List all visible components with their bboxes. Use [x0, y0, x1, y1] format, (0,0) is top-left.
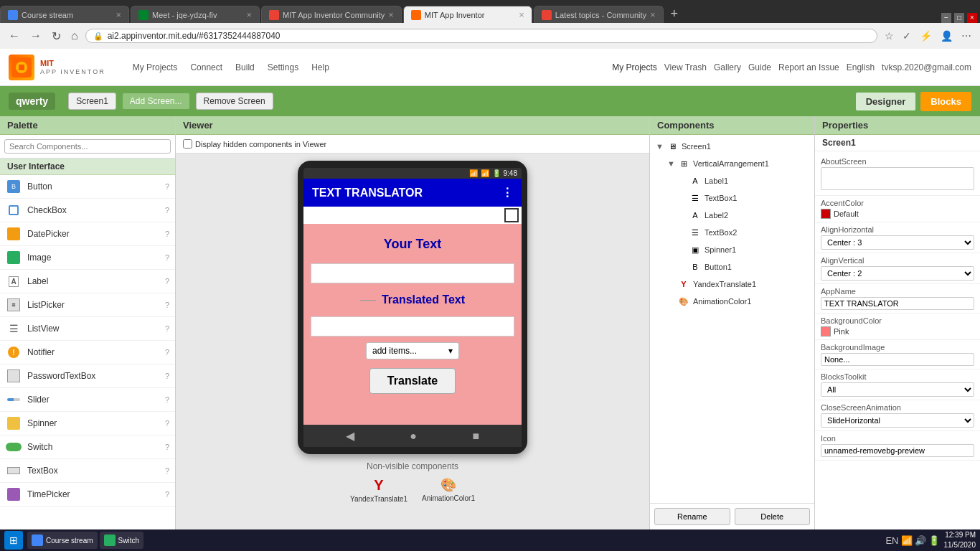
taskbar-item-switch[interactable]: Switch [100, 532, 143, 549]
right-gallery[interactable]: Gallery [714, 62, 741, 72]
palette-item-switch[interactable]: Switch ? [0, 435, 175, 459]
back-button[interactable]: ← [6, 28, 23, 44]
checkbox-help[interactable]: ? [165, 206, 169, 215]
hidden-components-check[interactable] [183, 139, 192, 149]
bookmark-button[interactable]: ☆ [882, 29, 897, 43]
menu-settings[interactable]: Settings [262, 60, 304, 75]
menu-build[interactable]: Build [230, 60, 260, 75]
taskbar-items: Course stream Switch [27, 532, 880, 549]
url-box[interactable]: 🔒 ai2.appinventor.mit.edu/#6317352444887… [85, 29, 877, 43]
right-viewtrash[interactable]: View Trash [664, 62, 707, 72]
right-guide[interactable]: Guide [748, 62, 771, 72]
palette-item-timepicker[interactable]: TimePicker ? [0, 483, 175, 507]
screen1-button[interactable]: Screen1 [68, 93, 116, 110]
palette-item-button[interactable]: B Button ? [0, 175, 175, 199]
palette-item-notifier[interactable]: ! Notifier ? [0, 341, 175, 364]
maximize-button[interactable]: □ [954, 13, 964, 23]
prop-aboutscreen-input[interactable] [821, 167, 974, 190]
datepicker-help[interactable]: ? [165, 230, 169, 238]
extension-button[interactable]: ⚡ [917, 29, 935, 43]
new-tab-button[interactable]: + [665, 5, 684, 23]
tab-course-stream[interactable]: Course stream × [0, 6, 129, 23]
delete-button[interactable]: Delete [735, 508, 811, 525]
tree-item-textbox2[interactable]: ☰ TextBox2 [653, 224, 811, 241]
palette-item-slider[interactable]: Slider ? [0, 388, 175, 412]
prop-accentcolor-value[interactable]: Default [821, 209, 974, 219]
tree-item-textbox1[interactable]: ☰ TextBox1 [653, 189, 811, 207]
palette-item-listpicker[interactable]: ≡ ListPicker ? [0, 293, 175, 317]
tab-meet[interactable]: Meet - jqe-ydzq-fiv × [131, 6, 260, 23]
palette-item-passwordtextbox[interactable]: PasswordTextBox ? [0, 364, 175, 388]
palette-item-textbox[interactable]: TextBox ? [0, 459, 175, 483]
profile-button[interactable]: 👤 [938, 29, 956, 43]
button-help[interactable]: ? [165, 182, 169, 191]
refresh-button[interactable]: ↻ [49, 28, 64, 44]
tab-close[interactable]: × [116, 9, 121, 20]
tree-item-label1[interactable]: A Label1 [653, 172, 811, 189]
menu-connect[interactable]: Connect [184, 60, 228, 75]
tab-latest-topics[interactable]: Latest topics - Community × [534, 6, 664, 23]
menu-help[interactable]: Help [306, 60, 335, 75]
textbox-help[interactable]: ? [165, 466, 169, 475]
tab-close[interactable]: × [388, 9, 394, 20]
notifier-help[interactable]: ? [165, 348, 169, 357]
prop-backgroundimage-input[interactable] [821, 353, 974, 366]
blocks-button[interactable]: Blocks [920, 92, 971, 111]
label-help[interactable]: ? [165, 277, 169, 286]
menu-button[interactable]: ⋯ [958, 29, 974, 43]
slider-help[interactable]: ? [165, 395, 169, 404]
shield-button[interactable]: ✓ [900, 29, 914, 43]
close-button[interactable]: × [967, 13, 977, 23]
search-components-input[interactable] [4, 139, 171, 154]
prop-backgroundcolor-value[interactable]: Pink [821, 326, 974, 336]
switch-help[interactable]: ? [165, 443, 169, 451]
right-user[interactable]: tvksp.2020@gmail.com [882, 62, 971, 72]
minimize-button[interactable]: − [941, 13, 951, 23]
listpicker-help[interactable]: ? [165, 301, 169, 309]
forward-button[interactable]: → [27, 28, 44, 44]
right-reportissue[interactable]: Report an Issue [778, 62, 839, 72]
tab-mit-community[interactable]: MIT App Inventor Community × [261, 6, 402, 23]
prop-alignhorizontal-select[interactable]: Center : 3 Left : 1 Right : 2 [821, 235, 974, 250]
taskbar-item-coursestream[interactable]: Course stream [27, 532, 98, 549]
tree-item-animationcolor1[interactable]: 🎨 AnimationColor1 [653, 293, 811, 310]
spinner-help[interactable]: ? [165, 419, 169, 428]
designer-button[interactable]: Designer [855, 92, 917, 111]
hidden-components-checkbox[interactable]: Display hidden components in Viewer [183, 139, 326, 149]
add-screen-button[interactable]: Add Screen... [122, 93, 190, 110]
palette-item-image[interactable]: Image ? [0, 246, 175, 270]
passwordtextbox-help[interactable]: ? [165, 372, 169, 380]
palette-item-listview[interactable]: ☰ ListView ? [0, 317, 175, 341]
image-help[interactable]: ? [165, 253, 169, 262]
prop-appname-input[interactable] [821, 297, 974, 310]
prop-alignvertical-select[interactable]: Center : 2 Top : 1 Bottom : 3 [821, 266, 974, 281]
tree-item-yandex1[interactable]: Y YandexTranslate1 [653, 276, 811, 293]
tab-mit-app-inventor[interactable]: MIT App Inventor × [403, 6, 532, 23]
palette-item-datepicker[interactable]: DatePicker ? [0, 222, 175, 246]
remove-screen-button[interactable]: Remove Screen [196, 93, 273, 110]
tab-close[interactable]: × [519, 9, 524, 20]
palette-item-spinner[interactable]: Spinner ? [0, 412, 175, 435]
palette-item-label[interactable]: A Label ? [0, 270, 175, 293]
right-myprojects[interactable]: My Projects [612, 62, 657, 72]
prop-closescreenanimation-select[interactable]: SlideHorizontal [821, 413, 974, 428]
home-button[interactable]: ⌂ [68, 28, 81, 44]
tab-close[interactable]: × [650, 9, 656, 20]
tree-item-screen1[interactable]: ▼ 🖥 Screen1 [653, 138, 811, 155]
right-language[interactable]: English [847, 62, 875, 72]
tree-item-label2[interactable]: A Label2 [653, 207, 811, 224]
rename-button[interactable]: Rename [654, 508, 730, 525]
prop-blockstoolkit-select[interactable]: All [821, 382, 974, 397]
tree-item-spinner1[interactable]: ▣ Spinner1 [653, 241, 811, 258]
expand-icon[interactable]: ▼ [667, 159, 677, 168]
expand-icon[interactable]: ▼ [656, 142, 666, 151]
menu-myprojects[interactable]: My Projects [127, 60, 184, 75]
tree-item-verticalarrangement1[interactable]: ▼ ⊞ VerticalArrangement1 [653, 155, 811, 172]
start-button[interactable]: ⊞ [4, 531, 23, 550]
tree-item-button1[interactable]: B Button1 [653, 258, 811, 276]
listview-help[interactable]: ? [165, 324, 169, 333]
palette-item-checkbox[interactable]: CheckBox ? [0, 199, 175, 222]
timepicker-help[interactable]: ? [165, 490, 169, 499]
prop-icon-input[interactable] [821, 444, 974, 457]
tab-close[interactable]: × [246, 9, 252, 20]
